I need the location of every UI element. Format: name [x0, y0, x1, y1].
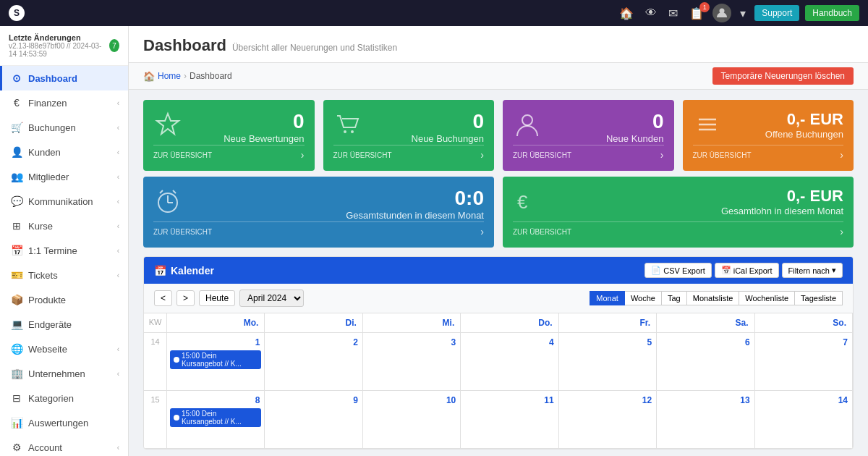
- sidebar-header: Letzte Änderungen v2.13-l88e97bf00 // 20…: [0, 26, 128, 66]
- sidebar-label-kurse: Kurse: [28, 221, 53, 232]
- sidebar-badge: 7: [109, 39, 119, 52]
- sidebar-item-termine[interactable]: 📅 1:1 Termine ‹: [0, 238, 128, 263]
- sidebar-item-endgeraete[interactable]: 💻 Endgeräte: [0, 312, 128, 337]
- cal-header-Sa.: Sa.: [657, 313, 754, 332]
- sidebar-item-kategorien[interactable]: ⊟ Kategorien: [0, 386, 128, 410]
- cal-day-num-14-5: 6: [660, 336, 751, 349]
- cal-kw-header: KW: [144, 313, 167, 332]
- stat-card-offene-buchungen[interactable]: 0,- EUR Offene Buchungen ZUR ÜBERSICHT ›: [683, 100, 854, 171]
- stat-value-gesamtstunden: 0:0: [346, 187, 484, 210]
- sidebar-label-webseite: Webseite: [28, 344, 67, 355]
- sidebar-item-account[interactable]: ⚙ Account ‹: [0, 435, 128, 456]
- sidebar-icon-kommunikation: 💬: [11, 195, 22, 207]
- stat-value-bewertungen: 0: [224, 110, 304, 133]
- stat-card-gesamtstunden[interactable]: 0:0 Gesamtstunden in diesem Monat ZUR ÜB…: [143, 177, 494, 248]
- sidebar-item-kurse[interactable]: ⊞ Kurse ‹: [0, 214, 128, 238]
- cal-kw-14: 14: [144, 333, 167, 391]
- notifications-icon-btn[interactable]: 📋 1: [686, 5, 707, 22]
- sidebar-item-mitglieder[interactable]: 👥 Mitglieder ‹: [0, 164, 128, 189]
- breadcrumb-home[interactable]: Home: [158, 71, 181, 81]
- cal-day-cell-15-4: 12: [559, 391, 657, 449]
- notification-badge: 1: [699, 2, 710, 12]
- sidebar-arrow-kunden: ‹: [117, 148, 119, 156]
- cal-event-14-0-0[interactable]: 15:00 Dein Kursangebot // K...: [170, 350, 261, 369]
- sidebar-arrow-account: ‹: [117, 444, 119, 452]
- sidebar-arrow-mitglieder: ‹: [117, 173, 119, 181]
- sidebar-item-unternehmen[interactable]: 🏢 Unternehmen ‹: [0, 361, 128, 386]
- cal-header-Fr.: Fr.: [559, 313, 657, 332]
- mail-icon-btn[interactable]: ✉: [665, 5, 681, 22]
- cal-kw-15: 15: [144, 391, 167, 449]
- cal-view-week[interactable]: Woche: [624, 291, 662, 305]
- support-button[interactable]: Support: [754, 5, 799, 21]
- stat-card-kunden[interactable]: 0 Neue Kunden ZUR ÜBERSICHT ›: [503, 100, 674, 171]
- cal-event-15-0-0[interactable]: 15:00 Dein Kursangebot // K...: [170, 408, 261, 427]
- breadcrumb-current: Dashboard: [190, 71, 232, 81]
- cal-view-day[interactable]: Tag: [661, 291, 687, 305]
- filter-button[interactable]: Filtern nach ▾: [782, 263, 843, 278]
- cal-day-num-15-6: 14: [758, 394, 849, 407]
- cal-day-cell-14-3: 4: [461, 333, 558, 391]
- sidebar-item-tickets[interactable]: 🎫 Tickets ‹: [0, 263, 128, 287]
- user-menu-chevron[interactable]: ▾: [737, 5, 749, 22]
- cal-day-num-15-4: 12: [562, 394, 653, 407]
- csv-export-button[interactable]: 📄 CSV Export: [644, 263, 711, 278]
- sidebar-item-dashboard[interactable]: ⊙ Dashboard: [0, 66, 128, 90]
- stat-footer-kunden: ZUR ÜBERSICHT: [513, 151, 571, 159]
- handbuch-button[interactable]: Handbuch: [805, 5, 859, 21]
- cal-day-num-15-5: 13: [660, 394, 751, 407]
- eye-icon-btn[interactable]: 👁: [642, 5, 660, 21]
- sidebar-item-finanzen[interactable]: € Finanzen ‹: [0, 90, 128, 115]
- sidebar-icon-produkte: 📦: [11, 294, 22, 305]
- sidebar-item-kommunikation[interactable]: 💬 Kommunikation ‹: [0, 189, 128, 214]
- stat-card-gesamtlohn[interactable]: € 0,- EUR Gesamtlohn in diesem Monat ZUR…: [503, 177, 854, 248]
- cal-day-num-14-4: 5: [562, 336, 653, 349]
- stat-icon-gesamtstunden: [153, 187, 182, 221]
- cal-view-daylist[interactable]: Tagesliste: [794, 291, 843, 305]
- stat-label-gesamtstunden: Gesamtstunden in diesem Monat: [346, 210, 484, 221]
- cal-today-button[interactable]: Heute: [199, 290, 235, 306]
- stat-footer-offene-buchungen: ZUR ÜBERSICHT: [693, 151, 752, 159]
- sidebar-label-auswertungen: Auswertungen: [28, 418, 88, 428]
- cal-day-cell-15-1: 9: [265, 391, 362, 449]
- cal-day-cell-15-2: 10: [363, 391, 461, 449]
- top-nav: S 🏠 👁 ✉ 📋 1 ▾ Support Handbuch: [0, 0, 868, 26]
- sidebar-item-produkte[interactable]: 📦 Produkte: [0, 287, 128, 312]
- stat-icon-kunden: [513, 110, 542, 145]
- user-avatar[interactable]: [712, 4, 731, 22]
- stat-value-buchungen: 0: [412, 110, 484, 133]
- sidebar-menu: ⊙ Dashboard € Finanzen ‹ 🛒 Buchungen ‹ 👤…: [0, 66, 128, 456]
- sidebar-label-mitglieder: Mitglieder: [28, 172, 69, 182]
- sidebar-icon-auswertungen: 📊: [11, 417, 22, 428]
- sidebar-icon-finanzen: €: [11, 97, 22, 109]
- cal-next-button[interactable]: >: [176, 290, 195, 306]
- sidebar-item-auswertungen[interactable]: 📊 Auswertungen: [0, 410, 128, 435]
- stat-value-offene-buchungen: 0,- EUR: [765, 110, 843, 129]
- stat-card-bewertungen[interactable]: 0 Neue Bewertungen ZUR ÜBERSICHT ›: [143, 100, 315, 171]
- home-icon-btn[interactable]: 🏠: [616, 5, 637, 22]
- cal-day-cell-14-6: 7: [755, 333, 853, 391]
- sidebar-item-webseite[interactable]: 🌐 Webseite ‹: [0, 337, 128, 361]
- svg-marker-1: [157, 114, 179, 134]
- cal-view-weeklist[interactable]: Wochenliste: [739, 291, 795, 305]
- stat-icon-gesamtlohn: €: [513, 187, 542, 221]
- stat-label-bewertungen: Neue Bewertungen: [224, 133, 304, 144]
- calendar-nav: < > Heute April 2024: [154, 290, 304, 307]
- calendar-month-select[interactable]: April 2024: [239, 290, 304, 307]
- stat-icon-bewertungen: [153, 110, 182, 145]
- delete-temp-button[interactable]: Temporäre Neuerungen löschen: [712, 67, 854, 85]
- cal-prev-button[interactable]: <: [154, 290, 172, 306]
- cal-day-cell-14-0: 115:00 Dein Kursangebot // K...: [167, 333, 265, 391]
- cal-day-cell-15-3: 11: [461, 391, 558, 449]
- sidebar-arrow-unternehmen: ‹: [117, 370, 119, 378]
- sidebar-item-kunden[interactable]: 👤 Kunden ‹: [0, 140, 128, 164]
- cal-view-month[interactable]: Monat: [590, 291, 625, 305]
- ical-export-button[interactable]: 📅 iCal Export: [715, 263, 779, 278]
- stat-label-offene-buchungen: Offene Buchungen: [765, 129, 843, 140]
- sidebar-icon-kunden: 👤: [11, 146, 22, 158]
- sidebar-label-kommunikation: Kommunikation: [28, 196, 93, 207]
- sidebar-item-buchungen[interactable]: 🛒 Buchungen ‹: [0, 115, 128, 140]
- stat-card-buchungen[interactable]: 0 Neue Buchungen ZUR ÜBERSICHT ›: [323, 100, 495, 171]
- top-nav-right: 🏠 👁 ✉ 📋 1 ▾ Support Handbuch: [616, 4, 859, 22]
- cal-view-monthlist[interactable]: Monatsliste: [686, 291, 740, 305]
